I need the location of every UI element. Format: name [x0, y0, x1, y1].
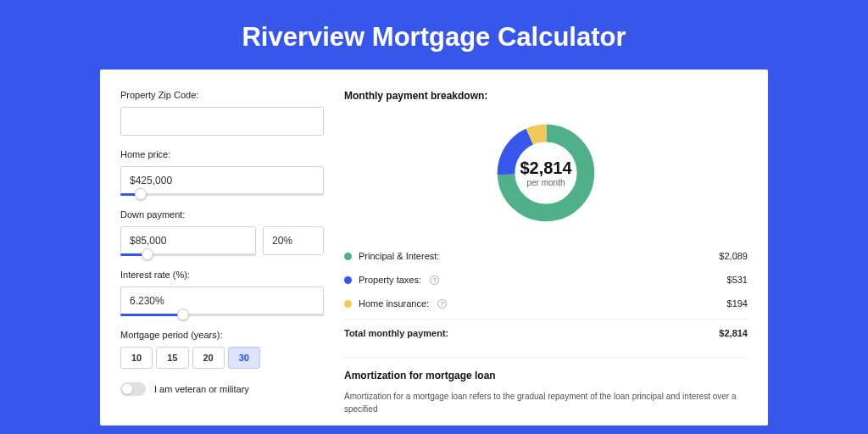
dot-principal: [344, 253, 352, 260]
amortization-text: Amortization for a mortgage loan refers …: [344, 390, 748, 415]
legend-label-taxes: Property taxes:: [359, 275, 421, 285]
amortization-title: Amortization for mortgage loan: [344, 370, 748, 381]
interest-input[interactable]: [120, 287, 324, 315]
down-payment-slider-thumb[interactable]: [142, 248, 153, 260]
interest-slider[interactable]: [120, 314, 324, 316]
period-btn-15[interactable]: 15: [156, 347, 188, 369]
veteran-row: I am veteran or military: [120, 382, 324, 396]
period-btn-10[interactable]: 10: [120, 347, 153, 369]
calculator-card: Property Zip Code: Home price: Down paym…: [100, 70, 768, 426]
period-btn-30[interactable]: 30: [228, 347, 260, 369]
down-payment-label: Down payment:: [120, 209, 324, 220]
period-buttons: 10 15 20 30: [120, 347, 324, 369]
zip-label: Property Zip Code:: [120, 90, 324, 100]
home-price-input[interactable]: [120, 166, 324, 195]
interest-slider-thumb[interactable]: [177, 309, 189, 320]
legend-value-taxes: $531: [727, 275, 748, 285]
legend-row-principal: Principal & Interest: $2,089: [344, 244, 748, 268]
veteran-toggle[interactable]: [120, 382, 146, 396]
home-price-field: Home price:: [120, 149, 324, 196]
legend-value-insurance: $194: [727, 298, 748, 309]
total-value: $2,814: [719, 328, 748, 338]
amortization-section: Amortization for mortgage loan Amortizat…: [344, 357, 748, 415]
down-payment-pct-input[interactable]: [263, 226, 324, 255]
legend-row-insurance: Home insurance: ? $194: [344, 292, 748, 315]
period-btn-20[interactable]: 20: [192, 347, 225, 369]
breakdown-title: Monthly payment breakdown:: [344, 90, 748, 102]
page-title: Riverview Mortgage Calculator: [0, 0, 868, 70]
info-icon[interactable]: ?: [437, 299, 447, 309]
legend-row-total: Total monthly payment: $2,814: [344, 319, 748, 345]
donut-center-amount: $2,814: [520, 159, 571, 178]
interest-field: Interest rate (%):: [120, 270, 324, 316]
total-label: Total monthly payment:: [344, 328, 448, 338]
dot-taxes: [344, 276, 352, 284]
down-payment-field: Down payment:: [120, 209, 324, 256]
period-label: Mortgage period (years):: [120, 330, 324, 340]
inputs-panel: Property Zip Code: Home price: Down paym…: [120, 90, 324, 426]
home-price-label: Home price:: [120, 149, 324, 159]
breakdown-panel: Monthly payment breakdown: $2,814 per mo…: [344, 90, 748, 426]
legend-label-insurance: Home insurance:: [359, 298, 429, 309]
legend-label-principal: Principal & Interest:: [359, 251, 439, 261]
legend-row-taxes: Property taxes: ? $531: [344, 268, 748, 292]
dot-insurance: [344, 300, 352, 308]
down-payment-input[interactable]: [120, 226, 256, 255]
home-price-slider-thumb[interactable]: [135, 188, 147, 200]
legend-value-principal: $2,089: [719, 251, 748, 261]
home-price-slider[interactable]: [120, 193, 324, 196]
veteran-label: I am veteran or military: [154, 384, 249, 394]
info-icon[interactable]: ?: [430, 275, 439, 285]
toggle-knob: [122, 384, 132, 394]
period-field: Mortgage period (years): 10 15 20 30: [120, 330, 324, 369]
donut-center-sub: per month: [520, 178, 571, 187]
zip-field: Property Zip Code:: [120, 90, 324, 136]
zip-input[interactable]: [120, 107, 324, 136]
down-payment-slider[interactable]: [120, 253, 256, 256]
interest-label: Interest rate (%):: [120, 270, 324, 280]
donut-chart: $2,814 per month: [344, 114, 748, 232]
